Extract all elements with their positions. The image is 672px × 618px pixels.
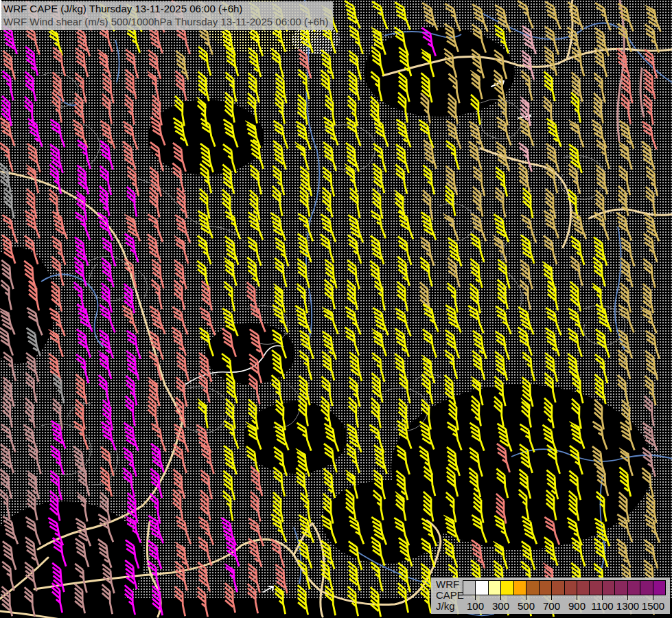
wind-barb bbox=[494, 515, 509, 545]
wind-barb bbox=[246, 422, 261, 450]
wind-barb bbox=[25, 47, 38, 76]
wind-barb bbox=[468, 304, 483, 334]
wind-barb bbox=[547, 445, 560, 474]
wind-barb bbox=[25, 210, 40, 240]
wind-barb bbox=[496, 331, 509, 360]
wind-barb bbox=[100, 330, 113, 359]
wind-barb bbox=[76, 165, 89, 195]
wind-barb bbox=[522, 25, 536, 55]
wind-barb bbox=[122, 304, 137, 334]
wind-barb bbox=[172, 327, 186, 356]
wind-barb bbox=[395, 165, 408, 194]
wind-barb bbox=[148, 50, 161, 79]
wind-barb bbox=[27, 328, 40, 357]
wind-barb bbox=[198, 236, 211, 265]
wind-barb bbox=[373, 281, 387, 310]
wind-barb bbox=[225, 236, 238, 266]
wind-barb bbox=[323, 142, 336, 171]
wind-barb bbox=[346, 586, 360, 616]
wind-barb bbox=[422, 27, 436, 57]
wind-barb bbox=[322, 306, 338, 335]
wind-barb bbox=[249, 165, 262, 195]
wind-barb bbox=[421, 538, 435, 568]
wind-barb bbox=[245, 120, 260, 149]
wind-barb bbox=[200, 281, 214, 310]
wind-barb bbox=[496, 305, 511, 335]
wind-barb bbox=[73, 421, 88, 450]
wind-barb bbox=[195, 399, 211, 428]
wind-barb bbox=[345, 0, 360, 30]
wind-barb bbox=[198, 47, 211, 76]
legend-tick bbox=[526, 595, 526, 600]
wind-barb bbox=[422, 1, 437, 32]
wind-barb bbox=[248, 518, 264, 547]
wind-barb bbox=[371, 210, 386, 240]
wind-barb bbox=[423, 303, 438, 333]
wind-barb bbox=[1, 562, 14, 591]
wind-barb bbox=[196, 71, 210, 101]
wind-barb bbox=[373, 306, 388, 336]
wind-barb bbox=[472, 514, 487, 544]
wind-barb bbox=[77, 329, 91, 358]
wind-barb bbox=[497, 423, 511, 453]
wind-barb bbox=[518, 0, 533, 30]
wind-barb bbox=[273, 304, 288, 334]
wind-barb bbox=[150, 469, 163, 499]
wind-barb bbox=[348, 235, 361, 264]
wind-barb bbox=[496, 142, 509, 171]
wind-barb bbox=[324, 423, 338, 453]
wind-barb bbox=[149, 352, 161, 380]
wind-barb bbox=[472, 24, 486, 54]
wind-barb bbox=[98, 514, 113, 543]
wind-barb bbox=[372, 164, 385, 194]
legend-color-swatch bbox=[476, 581, 488, 595]
wind-barb bbox=[419, 421, 434, 450]
wind-barb bbox=[201, 445, 214, 474]
wind-barb bbox=[641, 95, 656, 125]
wind-barb bbox=[28, 445, 41, 474]
wind-barb bbox=[124, 259, 137, 288]
wind-barb bbox=[521, 214, 536, 244]
wind-barb bbox=[645, 24, 659, 54]
wind-barb bbox=[200, 306, 215, 336]
wind-barb bbox=[76, 538, 89, 568]
wind-barb bbox=[0, 163, 12, 193]
wind-barb bbox=[250, 467, 263, 496]
wind-barb bbox=[642, 259, 656, 288]
legend-tick bbox=[500, 595, 501, 600]
wind-barb bbox=[176, 516, 191, 545]
wind-barb bbox=[594, 48, 607, 77]
wind-barb bbox=[592, 421, 607, 450]
wind-barb bbox=[495, 25, 509, 54]
wind-barb bbox=[618, 304, 634, 334]
wind-barb bbox=[148, 234, 161, 264]
wind-barb bbox=[345, 327, 359, 356]
wind-barb bbox=[322, 352, 334, 380]
wind-barb bbox=[594, 538, 607, 568]
wind-barb bbox=[640, 305, 656, 334]
forecast-header: WRF CAPE (J/kg) Thursday 13-11-2025 06:0… bbox=[1, 1, 333, 30]
wind-barb bbox=[250, 329, 264, 358]
wind-barb bbox=[567, 517, 582, 547]
wind-barb bbox=[122, 95, 137, 125]
wind-barb bbox=[397, 446, 410, 474]
wind-barb bbox=[371, 516, 386, 546]
legend-color-swatch bbox=[540, 581, 552, 595]
wind-barb bbox=[147, 561, 160, 590]
wind-barb bbox=[124, 422, 138, 452]
wind-barb bbox=[200, 118, 215, 148]
map-left-edge-strip bbox=[0, 0, 1, 30]
wind-barb bbox=[321, 234, 334, 264]
wind-barb bbox=[248, 48, 261, 77]
wind-barb bbox=[473, 330, 487, 360]
wind-barb bbox=[323, 117, 338, 146]
wind-barb bbox=[323, 469, 336, 499]
wind-barb bbox=[618, 330, 632, 359]
wind-shear-subtitle: WRF Wind shear (m/s) 500/1000hPa Thursda… bbox=[3, 15, 328, 28]
wind-barb bbox=[522, 516, 537, 545]
wind-barb bbox=[445, 330, 459, 359]
wind-barb bbox=[644, 213, 659, 242]
wind-barb bbox=[542, 398, 557, 428]
wind-barb bbox=[297, 259, 310, 288]
wind-barb bbox=[3, 516, 18, 545]
